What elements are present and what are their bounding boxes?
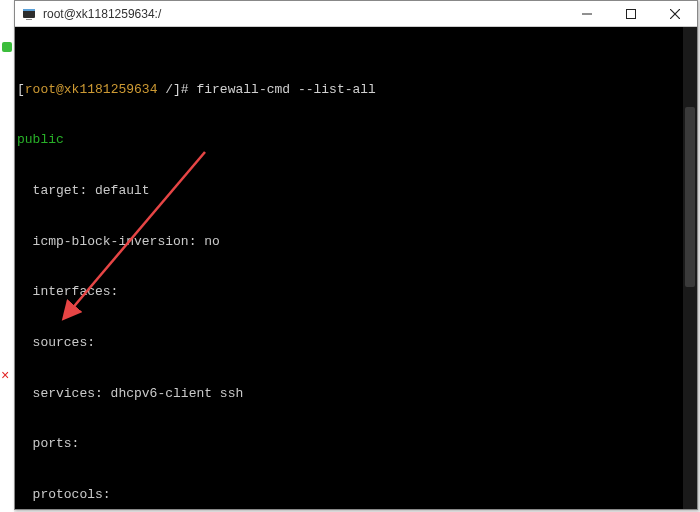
window-title: root@xk1181259634:/ [43,7,565,21]
terminal-scrollbar[interactable] [683,27,697,509]
prompt-close: ]# [173,82,189,97]
strip-marker-green [2,42,12,52]
svg-rect-2 [26,19,32,20]
prompt-path: / [157,82,173,97]
left-page-strip: × [0,0,14,512]
svg-rect-4 [627,9,636,18]
output-interfaces-1: interfaces: [17,284,697,301]
terminal-window: root@xk1181259634:/ [root@xk1181259634 /… [14,0,698,510]
svg-rect-1 [23,9,35,11]
output-target-1: target: default [17,183,697,200]
app-icon [21,6,37,22]
terminal-body[interactable]: [root@xk1181259634 /]# firewall-cmd --li… [15,27,697,509]
output-ports-1: ports: [17,436,697,453]
output-public-1: public [17,132,697,149]
strip-marker-x: × [1,368,11,378]
minimize-button[interactable] [565,1,609,27]
output-sources-1: sources: [17,335,697,352]
prompt-open: [ [17,82,25,97]
prompt-line-1: [root@xk1181259634 /]# firewall-cmd --li… [17,82,697,99]
output-icmpinv-1: icmp-block-inversion: no [17,234,697,251]
maximize-button[interactable] [609,1,653,27]
command-1: firewall-cmd --list-all [196,82,375,97]
scrollbar-thumb[interactable] [685,107,695,287]
prompt-userhost: root@xk1181259634 [25,82,158,97]
window-titlebar[interactable]: root@xk1181259634:/ [15,1,697,27]
close-button[interactable] [653,1,697,27]
output-protocols-1: protocols: [17,487,697,504]
output-services-1: services: dhcpv6-client ssh [17,386,697,403]
